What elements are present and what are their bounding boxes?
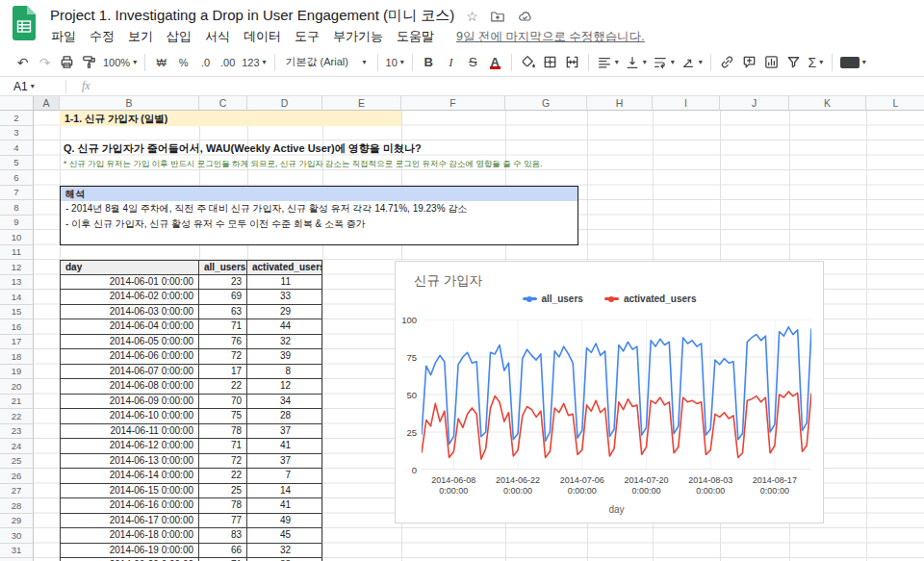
- row-header-14[interactable]: 14: [0, 290, 34, 305]
- row-header-27[interactable]: 27: [0, 484, 34, 499]
- column-header-C[interactable]: C: [199, 96, 247, 111]
- chart[interactable]: 신규 가입자 all_users activated_users 0255075…: [395, 261, 824, 523]
- table-cell[interactable]: 2014-06-01 0:00:00: [60, 275, 199, 291]
- table-cell[interactable]: 63: [199, 305, 247, 320]
- column-header-G[interactable]: G: [505, 96, 587, 111]
- table-cell[interactable]: 2014-06-08 0:00:00: [60, 379, 199, 395]
- table-cell[interactable]: 44: [247, 319, 322, 335]
- table-cell[interactable]: 41: [247, 439, 322, 454]
- select-all-corner[interactable]: [0, 96, 34, 111]
- table-cell[interactable]: 23: [199, 275, 247, 291]
- row-header-18[interactable]: 18: [0, 349, 34, 365]
- table-cell[interactable]: 41: [247, 498, 322, 514]
- table-cell[interactable]: 49: [247, 514, 322, 529]
- analysis-line-cell[interactable]: - 2014년 8월 4일 주차에, 직전 주 대비 신규 가입자, 신규 활성…: [61, 201, 578, 217]
- insert-chart-button[interactable]: [760, 51, 783, 74]
- question-cell[interactable]: Q. 신규 가입자가 줄어들어서, WAU(Weekly Active User…: [64, 140, 422, 156]
- row-header-7[interactable]: 7: [0, 186, 34, 201]
- table-cell[interactable]: 66: [199, 544, 247, 559]
- row-header-17[interactable]: 17: [0, 335, 34, 350]
- row-header-21[interactable]: 21: [0, 395, 34, 410]
- strikethrough-button[interactable]: S: [462, 51, 484, 74]
- row-header-23[interactable]: 23: [0, 424, 34, 440]
- sheet-grid[interactable]: 1-1. 신규 가입자 (일별) Q. 신규 가입자가 줄어들어서, WAU(W…: [0, 96, 924, 561]
- row-header-6[interactable]: 6: [0, 170, 34, 186]
- menu-삽입[interactable]: 삽입: [160, 26, 198, 47]
- table-cell[interactable]: 2014-06-03 0:00:00: [60, 305, 199, 320]
- increase-decimal-button[interactable]: .00: [217, 51, 239, 74]
- percent-format-button[interactable]: %: [172, 51, 194, 74]
- table-cell[interactable]: 25: [199, 484, 247, 499]
- table-cell[interactable]: 2014-06-04 0:00:00: [60, 319, 199, 335]
- table-cell[interactable]: 71: [199, 439, 247, 454]
- table-cell[interactable]: 72: [199, 349, 247, 365]
- fill-color-button[interactable]: [517, 51, 539, 74]
- input-tools-dropdown[interactable]: ▾: [837, 51, 869, 74]
- document-title[interactable]: Project 1. Investigating a Drop in User …: [50, 7, 454, 25]
- row-header-9[interactable]: 9: [0, 216, 34, 231]
- star-icon[interactable]: ☆: [466, 9, 478, 24]
- more-formats-dropdown[interactable]: 123 ▾: [239, 51, 269, 74]
- table-cell[interactable]: 2014-06-10 0:00:00: [60, 409, 199, 424]
- table-cell[interactable]: 2014-06-13 0:00:00: [60, 454, 199, 470]
- text-wrap-dropdown[interactable]: ▾: [650, 51, 678, 74]
- text-color-button[interactable]: A: [484, 51, 506, 74]
- row-header-30[interactable]: 30: [0, 528, 34, 544]
- analysis-line-cell[interactable]: - 이후 신규 가입자, 신규 활성 유저 수 모두 이전 수준 회복 & 소폭…: [61, 217, 578, 232]
- move-to-folder-icon[interactable]: [490, 9, 505, 24]
- column-header-D[interactable]: D: [247, 96, 322, 111]
- insert-comment-button[interactable]: [738, 51, 760, 74]
- table-cell[interactable]: 11: [247, 275, 322, 291]
- table-cell[interactable]: 2014-06-19 0:00:00: [60, 544, 199, 559]
- table-cell[interactable]: 34: [247, 395, 322, 410]
- column-header-A[interactable]: A: [34, 96, 60, 111]
- row-header-31[interactable]: 31: [0, 544, 34, 559]
- table-cell[interactable]: 2014-06-07 0:00:00: [60, 365, 199, 380]
- table-cell[interactable]: 76: [199, 335, 247, 350]
- row-header-29[interactable]: 29: [0, 514, 34, 529]
- table-cell[interactable]: 72: [199, 454, 247, 470]
- name-box[interactable]: A1 ▾: [0, 80, 56, 93]
- font-size-dropdown[interactable]: 10 ▾: [383, 51, 407, 74]
- table-header-cell[interactable]: day: [60, 260, 199, 275]
- table-header-cell[interactable]: activated_users: [247, 260, 322, 275]
- undo-button[interactable]: ↶: [12, 51, 34, 74]
- table-cell[interactable]: 45: [247, 528, 322, 544]
- merge-cells-button[interactable]: [561, 51, 583, 74]
- decrease-decimal-button[interactable]: .0: [194, 51, 217, 74]
- table-cell[interactable]: 14: [247, 484, 322, 499]
- row-header-11[interactable]: 11: [0, 245, 34, 261]
- section-title-cell[interactable]: 1-1. 신규 가입자 (일별): [60, 111, 401, 126]
- font-dropdown[interactable]: 기본값 (Arial) ▾: [280, 51, 372, 74]
- table-cell[interactable]: 12: [247, 379, 322, 395]
- row-header-20[interactable]: 20: [0, 379, 34, 395]
- table-cell[interactable]: 32: [247, 335, 322, 350]
- table-cell[interactable]: 2014-06-17 0:00:00: [60, 514, 199, 529]
- table-cell[interactable]: 2014-06-14 0:00:00: [60, 469, 199, 484]
- row-header-16[interactable]: 16: [0, 319, 34, 335]
- menu-도구[interactable]: 도구: [288, 26, 326, 47]
- bold-button[interactable]: B: [418, 51, 440, 74]
- row-header-26[interactable]: 26: [0, 469, 34, 484]
- zoom-dropdown[interactable]: 100% ▾: [100, 51, 140, 74]
- table-cell[interactable]: 2014-06-12 0:00:00: [60, 439, 199, 454]
- table-cell[interactable]: 78: [199, 424, 247, 440]
- column-header-L[interactable]: L: [866, 96, 924, 111]
- analysis-box[interactable]: 해석 - 2014년 8월 4일 주차에, 직전 주 대비 신규 가입자, 신규…: [60, 186, 578, 245]
- table-cell[interactable]: 37: [247, 424, 322, 440]
- table-cell[interactable]: 37: [247, 454, 322, 470]
- menu-부가기능[interactable]: 부가기능: [326, 26, 390, 47]
- horizontal-align-dropdown[interactable]: ▾: [594, 51, 622, 74]
- row-header-3[interactable]: 3: [0, 126, 34, 141]
- menu-수정[interactable]: 수정: [83, 26, 121, 47]
- table-cell[interactable]: 28: [247, 409, 322, 424]
- table-cell[interactable]: 17: [199, 365, 247, 380]
- table-cell[interactable]: 29: [247, 305, 322, 320]
- analysis-header-cell[interactable]: 해석: [61, 187, 578, 202]
- functions-dropdown[interactable]: Σ ▾: [805, 51, 827, 74]
- currency-format-button[interactable]: ₩: [150, 51, 172, 74]
- insert-link-button[interactable]: [716, 51, 738, 74]
- table-header-cell[interactable]: all_users: [199, 260, 247, 275]
- table-cell[interactable]: 2014-06-16 0:00:00: [60, 498, 199, 514]
- table-cell[interactable]: 83: [199, 528, 247, 544]
